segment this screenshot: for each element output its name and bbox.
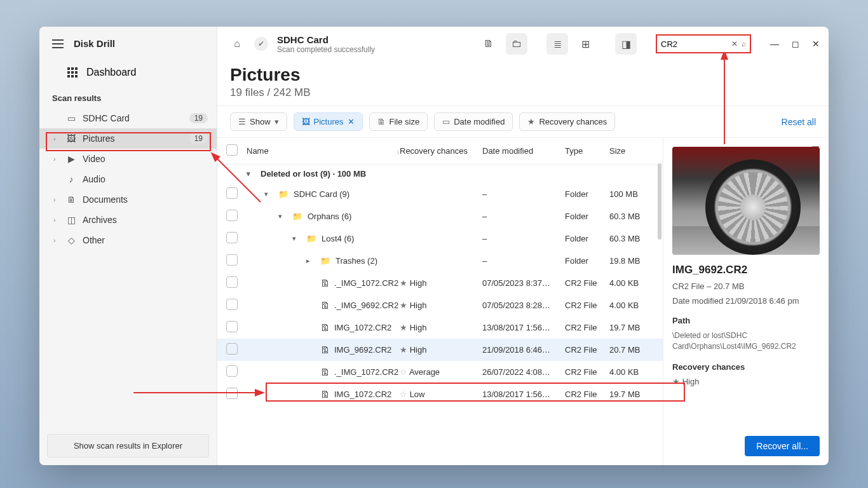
row-name: Trashes (2) [336,256,377,266]
row-checkbox[interactable] [226,365,238,377]
col-recovery[interactable]: Recovery chances [400,146,482,156]
sidebar-item-label: Audio [83,174,105,184]
close-icon[interactable]: ✕ [812,39,820,49]
preview-meta-type: CR2 File – 20.7 MB [672,281,820,291]
image-icon: 🖼 [66,133,76,144]
sidebar-item-video[interactable]: ›▶ Video [39,149,217,169]
preview-path: \Deleted or lost\SDHC Card\Orphans\Lost4… [672,330,820,352]
sidebar-item-dashboard[interactable]: Dashboard [39,60,217,85]
folder-row[interactable]: ▾📁 SDHC Card (9)–Folder100 MB [217,183,663,205]
list-view-icon[interactable]: ≣ [546,33,568,55]
row-name: Orphans (6) [308,212,351,221]
row-checkbox[interactable] [226,321,238,332]
row-recovery: High [410,278,427,288]
file-row[interactable]: 🖻 ._IMG_9692.CR2★ High07/05/2023 8:28…CR… [217,294,663,316]
row-checkbox[interactable] [226,299,238,310]
row-checkbox[interactable] [226,210,238,221]
close-icon[interactable]: ✕ [348,117,355,126]
row-size: 4.00 KB [609,301,654,310]
recoverychances-filter-button[interactable]: ★ Recovery chances [519,112,615,131]
star-icon: ★ [400,278,407,288]
star-icon: ★ [400,323,407,332]
row-type: CR2 File [565,367,609,377]
row-date: – [482,212,565,221]
show-filter-button[interactable]: ☰ Show ▾ [230,112,287,131]
col-type[interactable]: Type [565,146,609,156]
row-type: CR2 File [565,323,609,332]
count-badge: 19 [189,113,208,123]
audio-icon: ♪ [66,174,76,184]
folder-row[interactable]: ▸📁 Trashes (2)–Folder19.8 MB [217,250,663,272]
search-box[interactable]: ✕ ⌕ [656,34,751,53]
clear-search-icon[interactable]: ✕ [731,39,738,48]
dashboard-icon [67,67,78,78]
grid-view-icon[interactable]: ⊞ [574,33,596,55]
sidebar-item-label: Archives [83,215,117,225]
file-row[interactable]: 🖻 IMG_9692.CR2★ High21/09/2018 6:46…CR2 … [217,339,663,361]
archive-icon: ◫ [66,215,76,225]
col-name[interactable]: Name [247,146,269,156]
search-icon[interactable]: ⌕ [742,39,746,48]
panel-toggle-icon[interactable]: ◨ [615,33,637,55]
file-row[interactable]: 🖻 IMG_1072.CR2★ High13/08/2017 1:56…CR2 … [217,316,663,339]
star-outline-icon: ☆ [400,367,407,377]
cr2-file-icon: 🖻 [320,390,329,400]
row-recovery: High [410,301,427,310]
row-name: ._IMG_1072.CR2 [334,278,398,288]
folder-icon-btn[interactable]: 🗀 [506,33,527,55]
row-size: 60.3 MB [609,212,654,221]
sidebar-item-documents[interactable]: ›🗎 Documents [39,189,217,210]
row-checkbox[interactable] [226,276,238,288]
home-icon[interactable]: ⌂ [226,33,248,55]
scrollbar[interactable] [658,163,661,240]
expander-icon[interactable]: ▾ [278,212,287,220]
sidebar-item-audio[interactable]: ›♪ Audio [39,169,217,189]
row-checkbox[interactable] [226,343,238,355]
col-size[interactable]: Size [609,146,654,156]
cr2-file-icon: 🖻 [320,278,329,288]
datemodified-filter-button[interactable]: ▭ Date modified [434,112,513,131]
show-in-explorer-button[interactable]: Show scan results in Explorer [47,434,209,458]
hamburger-icon[interactable] [52,39,64,48]
pictures-filter-chip[interactable]: 🖼 Pictures ✕ [294,112,363,131]
minimize-icon[interactable]: — [770,39,779,49]
filter-icon: ☰ [238,117,246,126]
window-controls: — ◻ ✕ [770,39,820,49]
expander-icon[interactable]: ▸ [306,257,315,265]
row-name: ._IMG_1072.CR2 [334,367,398,377]
row-checkbox[interactable] [226,254,238,266]
filesize-filter-button[interactable]: 🗎 File size [369,112,428,131]
sidebar-item-label: SDHC Card [83,113,130,123]
search-input[interactable] [661,39,728,49]
row-type: CR2 File [565,301,609,310]
group-header[interactable]: ▾Deleted or lost (9) · 100 MB [217,165,663,183]
file-row[interactable]: 🖻 ._IMG_1072.CR2★ High07/05/2023 8:37…CR… [217,272,663,294]
select-all-checkbox[interactable] [226,144,238,156]
main-panel: ⌂ ✔ SDHC Card Scan completed successfull… [217,27,829,465]
file-row[interactable]: 🖻 IMG_1072.CR2☆ Low13/08/2017 1:56…CR2 F… [217,383,663,405]
row-checkbox[interactable] [226,388,238,399]
chevron-down-icon[interactable]: ▾ [247,170,255,178]
folder-row[interactable]: ▾📁 Lost4 (6)–Folder60.3 MB [217,227,663,250]
file-icon-btn[interactable]: 🗎 [478,33,499,55]
col-date[interactable]: Date modified [482,146,565,156]
expander-icon[interactable]: ▾ [264,190,273,198]
star-outline-icon: ☆ [400,390,407,399]
sidebar-item-pictures[interactable]: ›🖼 Pictures 19 [39,128,217,149]
count-badge: 19 [189,133,208,144]
sidebar-item-sdhc-card[interactable]: ›▭ SDHC Card 19 [39,108,217,128]
recover-all-button[interactable]: Recover all... [745,436,820,456]
folder-row[interactable]: ▾📁 Orphans (6)–Folder60.3 MB [217,205,663,227]
maximize-icon[interactable]: ◻ [792,39,799,49]
other-icon: ◇ [66,235,76,245]
calendar-icon: ▭ [442,117,450,126]
preview-image [672,147,820,255]
row-checkbox[interactable] [226,232,238,243]
reset-all-link[interactable]: Reset all [782,117,816,127]
sidebar-item-other[interactable]: ›◇ Other [39,230,217,250]
sidebar-item-archives[interactable]: ›◫ Archives [39,210,217,230]
row-checkbox[interactable] [226,187,238,199]
expander-icon[interactable]: ▾ [292,234,301,243]
file-row[interactable]: 🖻 ._IMG_1072.CR2☆ Average26/07/2022 4:08… [217,361,663,383]
row-size: 100 MB [609,189,654,199]
